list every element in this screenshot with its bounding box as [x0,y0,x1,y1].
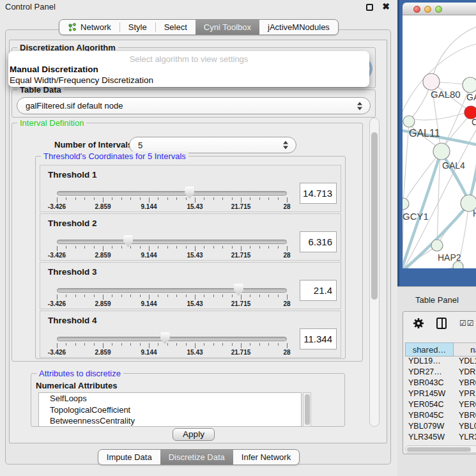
svg-text:GCY1: GCY1 [403,211,429,222]
table-row[interactable]: YPR145WYPR1 [405,389,476,400]
tick-label: 15.43 [187,349,203,356]
scrollbar-thumb[interactable] [407,447,471,452]
threshold-slider[interactable]: -3.4262.8599.14415.4321.71528 [57,311,287,358]
close-icon[interactable]: ✖ [382,1,390,12]
algorithm-dropdown-popup: Select algorithm to view settings Manual… [8,51,369,87]
table-row[interactable]: YDR27…YDR2 [405,367,476,378]
zoom-traffic-light-icon[interactable] [435,6,442,13]
tick-label: 2.859 [95,300,111,307]
attributes-list-scrollbar[interactable] [303,392,311,427]
table-row[interactable]: YDL19…YDL1 [405,357,476,367]
tick-label: 9.144 [141,349,157,356]
table-panel: Table Panel ☑☑ shared… name YDL19…YDL1YD… [397,286,476,476]
apply-button[interactable]: Apply [173,428,215,441]
top-tab-bar: Network Style Select Cyni Toolbox jActiv… [0,19,397,35]
close-traffic-light-icon[interactable] [413,6,420,13]
tab-network[interactable]: Network [59,20,119,35]
tick-label: 21.715 [231,300,251,307]
slider-ticks [57,246,287,252]
tick-label: 2.859 [95,203,111,210]
threshold-value-field[interactable] [300,231,337,252]
tick-label: 28 [283,349,290,356]
settings-scrollbar[interactable] [369,118,380,427]
slider-track[interactable] [57,288,287,293]
threshold-1-row: Threshold 1-3.4262.8599.14415.4321.71528 [40,165,341,212]
table-row[interactable]: YBR045CYBR0 [405,411,476,422]
svg-text:HAP2: HAP2 [438,252,461,263]
threshold-3-row: Threshold 3-3.4262.8599.14415.4321.71528 [40,262,341,309]
table-row[interactable]: YLR345WYLR3 [405,433,476,443]
table-data-value: galFiltered.sif default node [17,98,370,114]
control-panel: Control Panel ✖ Network Style Select Cyn… [0,0,397,476]
tab-cyni-toolbox[interactable]: Cyni Toolbox [196,20,259,35]
tick-label: 21.715 [231,203,251,210]
tab-select[interactable]: Select [156,20,196,35]
network-graph[interactable]: GAL80GACGAL11GAL4GCY1HHAP2 [403,15,476,268]
tick-label: -3.426 [48,349,66,356]
table-header: shared… name [405,342,476,357]
svg-text:H: H [473,208,476,219]
tick-label: 2.859 [95,252,111,259]
threshold-4-row: Threshold 4-3.4262.8599.14415.4321.71528 [40,311,341,358]
node-table-widget: ☑☑ shared… name YDL19…YDL1YDR27…YDR2YBR0… [403,311,476,454]
tab-impute-data[interactable]: Impute Data [98,450,160,464]
tick-label: 28 [283,252,290,259]
threshold-slider[interactable]: -3.4262.8599.14415.4321.71528 [57,263,287,310]
threshold-slider[interactable]: -3.4262.8599.14415.4321.71528 [57,214,287,261]
tick-label: 15.43 [187,252,203,259]
tick-label: 15.43 [187,203,203,210]
table-row[interactable]: YIL052CYIL0 [405,443,476,445]
table-row[interactable]: YER054CYER0 [405,400,476,411]
table-row[interactable]: YBR043CYBR0 [405,378,476,389]
minimize-traffic-light-icon[interactable] [424,6,431,13]
tab-infer-network[interactable]: Infer Network [233,450,299,464]
tick-label: 9.144 [141,203,157,210]
column-header-shared-name[interactable]: shared… [405,342,454,357]
dropdown-option-equal-width-frequency[interactable]: Equal Width/Frequency Discretization [10,75,153,85]
slider-ticks [57,295,287,300]
scrollbar-thumb[interactable] [371,132,378,300]
panel-title: Control Panel [5,2,56,12]
gear-icon[interactable] [412,317,425,330]
threshold-slider[interactable]: -3.4262.8599.14415.4321.71528 [57,165,287,213]
tick-label: 21.715 [231,252,251,259]
attribute-list-item[interactable]: SelfLoops [39,393,301,404]
tab-jactivemnodules[interactable]: jActiveMNodules [259,20,338,35]
tick-label: 9.144 [141,252,157,259]
threshold-value-field[interactable] [300,328,337,349]
numerical-attributes-label: Numerical Attributes [36,381,117,390]
table-row[interactable]: YBL079WYBL0 [405,422,476,433]
network-window-titlebar [403,3,476,15]
float-window-icon[interactable] [366,4,373,11]
group-title: Attributes to discretize [36,369,123,378]
thresholds-container: Threshold 1-3.4262.8599.14415.4321.71528… [40,165,341,359]
threshold-value-field[interactable] [300,183,337,204]
tick-label: 28 [283,203,290,210]
tab-style[interactable]: Style [120,20,155,35]
svg-text:GAL80: GAL80 [431,89,461,100]
attribute-list-item[interactable]: TopologicalCoefficient [39,404,301,416]
threshold-value-field[interactable] [300,280,337,301]
attributes-list[interactable]: SelfLoopsTopologicalCoefficientBetweenne… [38,392,302,427]
number-of-intervals-label: Number of Intervals [54,140,132,150]
slider-track[interactable] [57,240,287,244]
tab-discretize-data[interactable]: Discretize Data [160,450,233,464]
tick-label: 9.144 [141,300,157,307]
network-canvas[interactable]: GAL80GACGAL11GAL4GCY1HHAP2 [403,15,476,268]
column-header-name[interactable]: name [454,342,476,357]
checkbox-filter-icons[interactable]: ☑☑ [459,319,475,328]
table-horizontal-scrollbar[interactable] [405,445,476,453]
table-data-combo[interactable]: galFiltered.sif default node [17,97,371,114]
network-icon [68,23,77,32]
dropdown-option-manual-discretization[interactable]: Manual Discretization [10,65,98,74]
attribute-list-item[interactable]: BetweennessCentrality [39,415,301,427]
scrollbar-thumb[interactable] [305,394,310,425]
bottom-tab-bar: Impute Data Discretize Data Infer Networ… [0,449,397,465]
tick-label: -3.426 [48,300,66,307]
svg-text:GAL4: GAL4 [442,160,465,171]
columns-icon[interactable] [436,318,447,329]
table-rows[interactable]: YDL19…YDL1YDR27…YDR2YBR043CYBR0YPR145WYP… [405,357,476,445]
slider-track[interactable] [57,337,287,341]
slider-track[interactable] [57,191,287,196]
combo-arrows-icon [357,101,363,111]
